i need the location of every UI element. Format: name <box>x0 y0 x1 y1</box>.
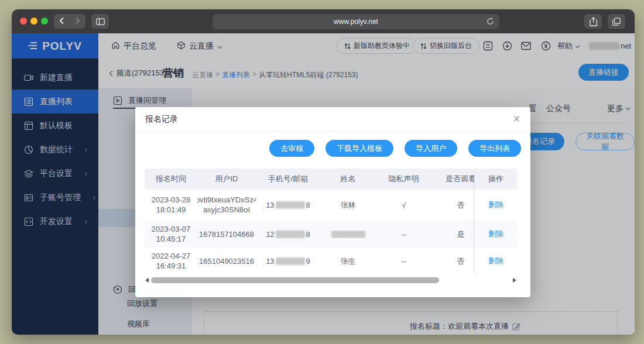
screenshot-frame: www.polyv.net POLYV <box>0 0 644 344</box>
close-window-button[interactable] <box>20 18 27 25</box>
cell-signup-time: 2023-03-07 10:45:17 <box>145 224 197 244</box>
time-text: 18:01:49 <box>156 205 186 215</box>
import-users-button[interactable]: 导入用户 <box>405 140 457 157</box>
phone-prefix: 13 <box>266 256 274 266</box>
cell-name: 张生 <box>320 256 376 266</box>
watched-text: 否 <box>457 200 465 210</box>
date-text: 2022-04-27 <box>152 251 191 261</box>
modal-body: 去审核 下载导入模板 导入用户 导出列表 报名时间 用户ID 手机号/邮箱 <box>135 132 530 284</box>
cell-user-id: ovtl9txeuaYDxSz4 asyjc30SN8oI <box>197 195 256 215</box>
export-list-button[interactable]: 导出列表 <box>468 140 521 157</box>
cell-phone: 13 8 <box>256 200 320 210</box>
cell-phone: 13 9 <box>256 256 320 266</box>
delete-link[interactable]: 删除 <box>488 256 503 266</box>
close-icon[interactable]: ✕ <box>513 115 520 124</box>
download-template-button[interactable]: 下载导入模板 <box>326 140 393 157</box>
phone-redacted-bar <box>276 231 305 238</box>
horizontal-scrollbar[interactable] <box>145 277 517 284</box>
phone-suffix: 9 <box>306 256 310 266</box>
cell-privacy: -- <box>376 229 431 239</box>
time-text: 16:49:31 <box>156 261 186 271</box>
col-header-user-id: 用户ID <box>197 174 256 184</box>
user-id-line2: asyjc30SN8oI <box>203 205 250 215</box>
table-row: 2022-04-27 16:49:31 1651049023516 13 <box>145 247 474 274</box>
watched-text: 是 <box>457 229 465 239</box>
name-redacted-bar <box>331 231 365 238</box>
cell-name: 张林 <box>320 200 376 210</box>
user-id-line1: 1651049023516 <box>199 256 254 266</box>
zoom-window-button[interactable] <box>41 18 48 25</box>
phone-suffix: 8 <box>306 229 310 239</box>
tab-overview-icon[interactable] <box>608 14 625 29</box>
signup-records-modal: 报名记录 ✕ 去审核 下载导入模板 导入用户 导出列表 <box>135 107 530 297</box>
col-header-action: 操作 <box>475 168 517 189</box>
scrollbar-thumb[interactable] <box>151 277 439 283</box>
date-text: 2023-03-07 <box>152 224 191 234</box>
cell-signup-time: 2023-03-28 18:01:49 <box>145 195 197 215</box>
go-review-button[interactable]: 去审核 <box>269 140 314 157</box>
phone-redacted-bar <box>276 257 305 265</box>
cell-signup-time: 2022-04-27 16:49:31 <box>145 251 197 271</box>
table-row: 2023-03-07 10:45:17 1678157104668 12 <box>145 221 474 247</box>
cell-user-id: 1678157104668 <box>197 229 256 239</box>
cell-watched: 否 <box>431 200 474 210</box>
cell-privacy: √ <box>376 200 431 210</box>
phone-suffix: 8 <box>306 200 310 210</box>
cell-action: 删除 <box>475 221 517 247</box>
history-nav-group <box>54 14 85 29</box>
delete-link[interactable]: 删除 <box>488 199 503 210</box>
user-id-line1: ovtl9txeuaYDxSz4 <box>197 195 256 205</box>
browser-window: www.polyv.net POLYV <box>12 9 635 335</box>
user-id-line1: 1678157104668 <box>199 229 254 239</box>
back-icon[interactable] <box>59 16 64 27</box>
cell-watched: 是 <box>431 229 474 239</box>
app-area: POLYV 平台总览 云直播 新版助教页体验中 <box>12 33 635 335</box>
address-bar[interactable]: www.polyv.net <box>213 14 499 29</box>
browser-chrome: www.polyv.net <box>12 9 635 33</box>
col-header-signup-time: 报名时间 <box>145 174 197 184</box>
sidebar-toggle-icon[interactable] <box>91 14 109 29</box>
modal-title: 报名记录 <box>145 114 178 125</box>
reload-icon[interactable] <box>487 17 494 27</box>
table-scroll-area: 报名时间 用户ID 手机号/邮箱 姓名 隐私声明 是否观看 2023-0 <box>145 168 474 274</box>
time-text: 10:45:17 <box>156 234 186 244</box>
col-header-phone-email: 手机号/邮箱 <box>256 174 320 184</box>
table-header-row: 报名时间 用户ID 手机号/邮箱 姓名 隐私声明 是否观看 <box>145 168 474 189</box>
privacy-text: -- <box>401 229 406 239</box>
cell-watched: 否 <box>431 256 474 266</box>
forward-icon[interactable] <box>75 16 80 27</box>
cell-phone: 12 8 <box>256 229 320 239</box>
scroll-left-arrow-icon[interactable] <box>145 278 149 283</box>
url-text: www.polyv.net <box>334 18 378 26</box>
col-header-privacy: 隐私声明 <box>376 174 431 184</box>
scroll-right-arrow-icon[interactable] <box>513 278 516 283</box>
phone-prefix: 12 <box>266 229 274 239</box>
signup-table: 报名时间 用户ID 手机号/邮箱 姓名 隐私声明 是否观看 2023-0 <box>145 168 517 274</box>
cell-user-id: 1651049023516 <box>197 256 256 266</box>
cell-name <box>320 231 376 238</box>
privacy-text: √ <box>402 200 406 210</box>
privacy-text: -- <box>401 256 406 266</box>
table-row: 2023-03-28 18:01:49 ovtl9txeuaYDxSz4 asy… <box>145 189 474 221</box>
delete-link[interactable]: 删除 <box>488 229 503 239</box>
watched-text: 否 <box>457 256 465 266</box>
date-text: 2023-03-28 <box>152 195 191 205</box>
col-header-watched: 是否观看 <box>431 174 474 184</box>
phone-prefix: 13 <box>266 200 274 210</box>
modal-action-buttons: 去审核 下载导入模板 导入用户 导出列表 <box>145 140 521 157</box>
table-fixed-action-column: 操作 删除 删除 删除 <box>474 168 517 274</box>
phone-redacted-bar <box>276 201 305 209</box>
cell-privacy: -- <box>376 256 431 266</box>
cell-action: 删除 <box>475 189 517 221</box>
share-icon[interactable] <box>584 14 602 29</box>
name-text: 张林 <box>341 200 356 210</box>
modal-header: 报名记录 ✕ <box>135 107 530 132</box>
name-text: 张生 <box>341 256 356 266</box>
minimize-window-button[interactable] <box>30 18 37 25</box>
col-header-name: 姓名 <box>320 174 376 184</box>
cell-action: 删除 <box>475 247 517 274</box>
